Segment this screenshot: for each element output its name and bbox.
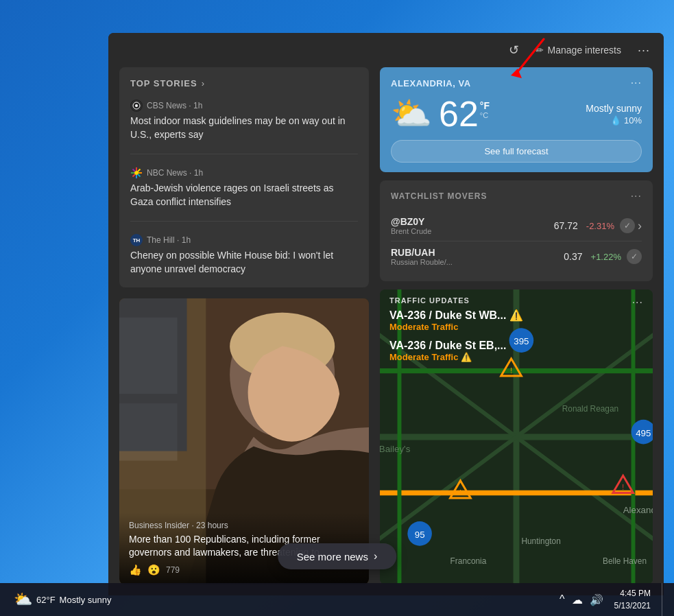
weather-temperature: 62 <box>439 96 479 132</box>
stock-ticker: RUB/UAH <box>391 247 564 258</box>
stock-name: Brent Crude <box>391 227 554 235</box>
see-more-chevron-icon: › <box>374 550 377 562</box>
news-panel: ↺ ✏ Manage interests ··· TOP STORIES › <box>108 33 664 595</box>
taskbar-time[interactable]: 4:45 PM 5/13/2021 <box>614 587 656 612</box>
news-source-row: CBS News · 1h <box>130 99 358 112</box>
cbs-logo <box>130 99 143 112</box>
weather-units: °F °C <box>480 100 490 119</box>
stock-item: RUB/UAH Russian Rouble/... 0.37 +1.22% ✓ <box>391 241 642 272</box>
weather-description-block: Mostly sunny 💧 10% <box>586 103 642 126</box>
news-source-label: The Hill · 1h <box>147 235 191 245</box>
top-stories-title: TOP STORIES <box>130 78 197 88</box>
traffic-route-2: VA-236 / Duke St EB,... <box>389 339 523 352</box>
top-stories-card: TOP STORIES › CBS <box>119 67 369 287</box>
see-more-news-button[interactable]: See more news › <box>278 543 397 569</box>
taskbar-weather-icon: ⛅ <box>14 591 32 608</box>
taskbar-clock: 4:45 PM <box>620 587 651 600</box>
svg-line-12 <box>138 174 141 177</box>
svg-text:495: 495 <box>636 428 651 438</box>
stock-watch-icon[interactable]: ✓ <box>627 249 642 264</box>
top-stories-nav-icon: › <box>202 78 204 88</box>
news-item: CBS News · 1h Most indoor mask guideline… <box>130 99 358 154</box>
refresh-button[interactable]: ↺ <box>506 40 522 60</box>
precip-icon: 💧 <box>610 115 621 126</box>
news-headline[interactable]: Most indoor mask guidelines may be on wa… <box>130 115 358 141</box>
taskbar-weather-desc: Mostly sunny <box>60 595 112 605</box>
weather-more-button[interactable]: ··· <box>631 77 642 89</box>
top-stories-header[interactable]: TOP STORIES › <box>130 78 358 88</box>
featured-news-card[interactable]: Business Insider · 23 hours More than 10… <box>119 298 369 584</box>
weather-location-row: ALEXANDRIA, VA ··· <box>391 77 642 89</box>
precip-value: 10% <box>624 115 642 126</box>
see-full-forecast-button[interactable]: See full forecast <box>391 140 642 163</box>
svg-rect-22 <box>119 298 187 451</box>
nbc-logo <box>130 167 143 179</box>
stock-watch-icon[interactable]: ✓ <box>620 218 635 233</box>
traffic-status-2: Moderate Traffic ⚠️ <box>389 352 523 362</box>
panel-more-button[interactable]: ··· <box>635 40 653 60</box>
svg-text:Huntington: Huntington <box>521 536 560 546</box>
weather-main-row: ⛅ 62 °F °C Mostly sunny 💧 10% <box>391 96 642 132</box>
stock-info: @BZ0Y Brent Crude <box>391 216 554 235</box>
taskbar-temperature: 62°F <box>36 595 56 605</box>
taskbar-cloud-icon[interactable]: ☁ <box>572 593 583 606</box>
svg-line-14 <box>133 174 136 177</box>
left-column: TOP STORIES › CBS <box>119 67 380 584</box>
svg-text:Ronald Reagan: Ronald Reagan <box>562 404 618 414</box>
stock-change: -2.31% <box>586 221 614 231</box>
taskbar-right: ^ ☁ 🔊 4:45 PM 5/13/2021 <box>554 583 674 616</box>
traffic-card: 95 395 495 ! ! ! ! <box>380 289 653 584</box>
svg-text:Belle Haven: Belle Haven <box>603 556 647 566</box>
weather-location: ALEXANDRIA, VA <box>391 78 471 88</box>
like-icon[interactable]: 👍 <box>129 564 142 576</box>
watchlist-header-row: WATCHLIST MOVERS ··· <box>391 190 642 202</box>
see-more-label: See more news <box>297 551 368 562</box>
news-source-row: TH The Hill · 1h <box>130 234 358 246</box>
panel-header: ↺ ✏ Manage interests ··· <box>108 33 664 67</box>
traffic-more-button[interactable]: ··· <box>632 296 643 309</box>
svg-line-13 <box>138 169 141 172</box>
news-headline[interactable]: Cheney on possible White House bid: I wo… <box>130 249 358 276</box>
taskbar-weather[interactable]: ⛅ 62°F Mostly sunny <box>5 588 119 611</box>
traffic-header: TRAFFIC UPDATES VA-236 / Duke St WB... ⚠… <box>380 289 653 369</box>
watchlist-more-button[interactable]: ··· <box>631 190 642 202</box>
stock-name: Russian Rouble/... <box>391 258 564 266</box>
news-headline[interactable]: Arab-Jewish violence rages on Israeli st… <box>130 182 358 209</box>
traffic-status-1: Moderate Traffic <box>389 322 523 332</box>
emoji-icon[interactable]: 😮 <box>147 564 160 576</box>
taskbar-up-arrow-icon[interactable]: ^ <box>559 593 565 606</box>
svg-text:Franconia: Franconia <box>450 556 487 566</box>
svg-text:95: 95 <box>415 530 425 540</box>
reaction-count: 779 <box>166 565 180 575</box>
news-item: NBC News · 1h Arab-Jewish violence rages… <box>130 167 358 222</box>
celsius-unit[interactable]: °C <box>480 111 490 119</box>
svg-text:!: ! <box>622 484 624 491</box>
weather-precipitation: 💧 10% <box>586 115 642 126</box>
weather-card: ALEXANDRIA, VA ··· ⛅ 62 °F °C Mostly sun… <box>380 67 653 172</box>
traffic-routes: TRAFFIC UPDATES VA-236 / Duke St WB... ⚠… <box>389 296 523 362</box>
taskbar: ⛅ 62°F Mostly sunny ^ ☁ 🔊 4:45 PM 5/13/2… <box>0 583 674 616</box>
news-item: TH The Hill · 1h Cheney on possible Whit… <box>130 234 358 276</box>
weather-description: Mostly sunny <box>586 103 642 114</box>
stock-item: @BZ0Y Brent Crude 67.72 -2.31% ✓ › <box>391 211 642 241</box>
svg-point-4 <box>135 104 138 107</box>
fahrenheit-unit[interactable]: °F <box>480 100 490 111</box>
watchlist-nav-button[interactable]: › <box>638 219 642 233</box>
svg-text:Alexandria: Alexandria <box>623 505 653 515</box>
svg-line-11 <box>133 169 136 172</box>
news-source-row: NBC News · 1h <box>130 167 358 179</box>
show-desktop-button[interactable] <box>662 583 666 616</box>
traffic-warning-icon-2: ⚠️ <box>461 352 472 362</box>
stock-price: 0.37 <box>564 251 582 262</box>
watchlist-title: WATCHLIST MOVERS <box>391 191 487 201</box>
watchlist-card: WATCHLIST MOVERS ··· @BZ0Y Brent Crude 6… <box>380 180 653 281</box>
taskbar-speaker-icon[interactable]: 🔊 <box>590 593 603 606</box>
taskbar-left: ⛅ 62°F Mostly sunny <box>0 583 119 616</box>
weather-temp-block: 62 °F °C <box>439 96 490 132</box>
taskbar-date: 5/13/2021 <box>614 600 651 612</box>
stock-ticker: @BZ0Y <box>391 216 554 227</box>
traffic-route-1: VA-236 / Duke St WB... ⚠️ <box>389 309 523 322</box>
news-source-label: CBS News · 1h <box>147 101 202 110</box>
manage-interests-button[interactable]: ✏ Manage interests <box>530 42 627 58</box>
the-hill-logo: TH <box>130 234 143 246</box>
